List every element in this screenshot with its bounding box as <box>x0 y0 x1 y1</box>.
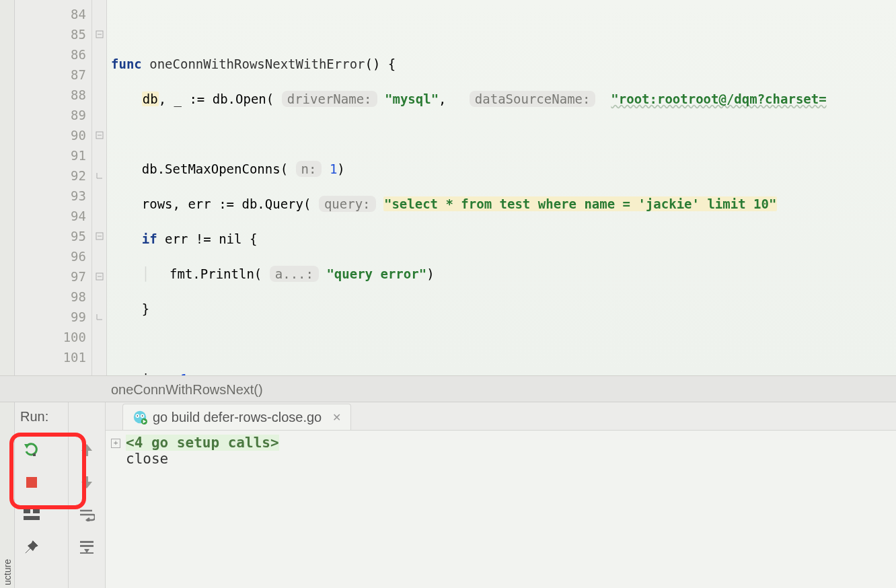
run-panel: ucture Run: <box>0 402 896 588</box>
line-number: 93 <box>15 186 91 206</box>
svg-point-20 <box>142 415 143 416</box>
run-output[interactable]: + <4 go setup calls> close <box>106 431 896 588</box>
structure-sidebar-stub: ucture <box>0 402 15 588</box>
line-number: 87 <box>15 65 91 85</box>
fold-marker-close-icon[interactable] <box>92 166 106 186</box>
line-number: 101 <box>15 347 91 367</box>
svg-point-19 <box>137 415 138 416</box>
code-editor[interactable]: func oneConnWithRowsNextWithError() { db… <box>107 0 896 375</box>
fold-marker-close-icon[interactable] <box>92 307 106 327</box>
soft-wrap-button[interactable] <box>77 505 97 525</box>
fold-marker-open-icon[interactable] <box>92 266 106 287</box>
svg-rect-14 <box>80 545 94 547</box>
line-number: 90 <box>15 125 91 145</box>
param-hint: n: <box>296 161 322 177</box>
breadcrumb-item[interactable]: oneConnWithRowsNext() <box>111 382 263 397</box>
run-tab[interactable]: go build defer-rows-close.go ✕ <box>122 404 351 430</box>
line-number: 95 <box>15 226 91 246</box>
svg-rect-12 <box>24 516 40 520</box>
fold-marker-open-icon[interactable] <box>92 125 106 145</box>
run-label: Run: <box>15 402 68 431</box>
up-arrow-button[interactable] <box>77 440 97 460</box>
line-number: 96 <box>15 246 91 266</box>
line-number: 91 <box>15 145 91 166</box>
line-number: 97 <box>15 266 91 287</box>
line-number: 100 <box>15 327 91 347</box>
line-number: 84 <box>15 4 91 24</box>
param-hint: a...: <box>270 266 319 282</box>
line-number: 92 <box>15 166 91 186</box>
line-number: 88 <box>15 85 91 105</box>
line-number-gutter: 84 85 86 87 88 89 90 91 92 93 94 95 96 9… <box>15 0 92 375</box>
run-tab-label: go build defer-rows-close.go <box>153 410 322 425</box>
structure-label: ucture <box>2 559 13 585</box>
editor-area: 84 85 86 87 88 89 90 91 92 93 94 95 96 9… <box>0 0 896 375</box>
svg-rect-11 <box>33 509 40 513</box>
breadcrumb[interactable]: oneConnWithRowsNext() <box>0 375 896 402</box>
setup-calls-folded[interactable]: <4 go setup calls> <box>126 435 279 451</box>
fold-gutter <box>92 0 107 375</box>
gopher-icon <box>133 410 147 425</box>
run-tabs: go build defer-rows-close.go ✕ <box>106 402 896 431</box>
param-hint: driverName: <box>282 91 377 107</box>
pin-button[interactable] <box>22 537 42 557</box>
stop-button[interactable] <box>22 472 42 492</box>
rerun-button[interactable] <box>22 440 42 460</box>
line-number: 99 <box>15 307 91 327</box>
structure-sidebar-stub <box>0 0 15 375</box>
param-hint: dataSourceName: <box>470 91 596 107</box>
svg-rect-9 <box>26 477 37 488</box>
fold-marker-open-icon[interactable] <box>92 24 106 44</box>
line-number: 94 <box>15 206 91 226</box>
scroll-to-end-button[interactable] <box>77 537 97 557</box>
run-toolbar-right <box>69 402 106 588</box>
layout-button[interactable] <box>22 505 42 525</box>
line-number: 89 <box>15 105 91 125</box>
svg-rect-8 <box>33 453 36 456</box>
line-number: 86 <box>15 44 91 65</box>
svg-rect-10 <box>24 509 30 513</box>
line-number: 98 <box>15 287 91 307</box>
param-hint: query: <box>319 196 376 212</box>
down-arrow-button[interactable] <box>77 472 97 492</box>
run-toolbar-left: Run: <box>15 402 69 588</box>
svg-rect-13 <box>80 541 94 543</box>
expand-icon[interactable]: + <box>111 439 120 448</box>
svg-rect-15 <box>80 552 94 554</box>
fold-marker-open-icon[interactable] <box>92 226 106 246</box>
line-number: 85 <box>15 24 91 44</box>
close-tab-icon[interactable]: ✕ <box>332 411 341 424</box>
keyword-func: func <box>111 57 142 71</box>
output-line: close <box>126 451 168 467</box>
